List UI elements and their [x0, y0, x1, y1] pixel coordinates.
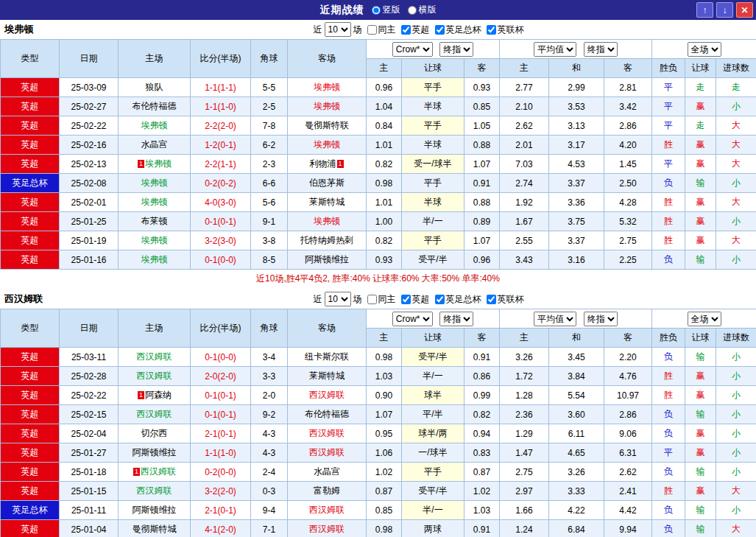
handicap-result-cell: 赢: [685, 424, 716, 443]
away-team-name: 西汉姆联: [309, 390, 345, 400]
corners-cell: 8-5: [251, 250, 288, 270]
league-cell: 英超: [1, 116, 60, 136]
score-cell: 1-1(1-1): [191, 78, 251, 97]
same-home-checkbox[interactable]: [367, 25, 377, 35]
layout-horizontal-option[interactable]: 横版: [408, 4, 437, 16]
same-home-option[interactable]: 同主: [367, 293, 396, 306]
fa-cup-checkbox[interactable]: [435, 295, 445, 304]
league-cell: 英超: [1, 212, 60, 231]
avg-away-cell: 2.50: [604, 174, 652, 193]
date-cell: 25-02-04: [60, 424, 119, 443]
full-match-select[interactable]: 全场: [688, 42, 721, 57]
average-select-group: 平均值 终指: [500, 309, 652, 329]
premier-league-option[interactable]: 英超: [401, 293, 430, 306]
fa-cup-option[interactable]: 英足总杯: [435, 293, 481, 306]
efl-cup-option[interactable]: 英联杯: [487, 293, 524, 306]
move-up-button[interactable]: ↑: [696, 2, 713, 18]
move-down-button[interactable]: ↓: [716, 2, 733, 18]
header-date: 日期: [60, 40, 119, 78]
premier-league-option[interactable]: 英超: [401, 24, 430, 36]
handicap-result-cell: 输: [685, 520, 716, 537]
league-cell: 英超: [1, 193, 60, 212]
handicap-result-cell: 输: [685, 174, 716, 193]
avg-away-cell: 1.45: [604, 155, 652, 174]
away-team-name: 利物浦: [310, 158, 336, 169]
goals-result-cell: 小: [716, 212, 756, 231]
home-team-cell: 阿斯顿维拉: [119, 501, 191, 520]
close-button[interactable]: ✕: [736, 2, 753, 18]
layout-horizontal-label: 横版: [419, 4, 437, 16]
home-team-cell: 埃弗顿: [119, 250, 191, 270]
date-cell: 25-02-22: [60, 386, 119, 405]
match-row: 英超25-03-11西汉姆联0-1(0-0)3-4纽卡斯尔联0.98受平/半0.…: [1, 348, 756, 367]
average-source-select[interactable]: 平均值: [534, 42, 576, 57]
crow-final-select[interactable]: 终指: [439, 42, 473, 57]
away-team-cell: 埃弗顿: [288, 78, 367, 97]
efl-cup-checkbox[interactable]: [487, 25, 496, 35]
corners-cell: 3-4: [251, 348, 288, 367]
crow-source-select[interactable]: Crow*: [392, 312, 433, 326]
handicap-result-cell: 赢: [685, 443, 716, 463]
score-cell: 0-1(0-1): [191, 386, 251, 405]
average-source-select[interactable]: 平均值: [534, 312, 576, 326]
goals-result-cell: 小: [716, 367, 756, 386]
layout-vertical-option[interactable]: 竖版: [372, 4, 400, 16]
handicap-cell: 半/一: [402, 367, 464, 386]
goals-result-cell: 小: [716, 250, 756, 270]
handicap-cell: 球半/两: [402, 424, 464, 443]
league-cell: 英超: [1, 97, 60, 116]
average-final-select[interactable]: 终指: [584, 312, 618, 326]
handicap-cell: 半球: [402, 136, 464, 155]
average-final-select[interactable]: 终指: [584, 42, 618, 57]
away-odds-cell: 1.05: [464, 116, 500, 136]
header-avg-home: 主: [500, 329, 549, 348]
match-count-select[interactable]: 10: [325, 22, 351, 37]
away-team-name: 西汉姆联: [309, 428, 345, 438]
fa-cup-checkbox[interactable]: [435, 25, 445, 35]
away-team-cell: 莱斯特城: [288, 193, 367, 212]
avg-home-cell: 2.62: [500, 116, 549, 136]
corners-cell: 2-5: [251, 97, 288, 116]
same-home-option[interactable]: 同主: [367, 24, 396, 36]
premier-league-checkbox[interactable]: [401, 295, 411, 304]
avg-draw-cell: 3.45: [549, 348, 604, 367]
home-team-name: 西汉姆联: [137, 371, 172, 381]
efl-cup-option[interactable]: 英联杯: [487, 24, 524, 36]
fa-cup-option[interactable]: 英足总杯: [435, 24, 481, 36]
efl-cup-checkbox[interactable]: [487, 295, 496, 304]
league-cell: 英超: [1, 405, 60, 424]
avg-draw-cell: 3.53: [549, 97, 604, 116]
premier-league-checkbox[interactable]: [401, 25, 411, 35]
date-cell: 25-01-15: [60, 482, 119, 501]
goals-result-cell: 小: [716, 501, 756, 520]
date-cell: 25-02-28: [60, 367, 119, 386]
same-home-checkbox[interactable]: [367, 295, 377, 304]
full-match-select[interactable]: 全场: [688, 312, 721, 326]
avg-draw-cell: 2.99: [549, 78, 604, 97]
goals-result-cell: 大: [716, 231, 756, 250]
away-team-name: 莱斯特城: [309, 197, 345, 207]
avg-draw-cell: 3.36: [549, 193, 604, 212]
match-count-select[interactable]: 10: [325, 292, 351, 306]
layout-vertical-radio[interactable]: [372, 6, 381, 15]
avg-away-cell: 2.86: [604, 405, 652, 424]
score-cell: 0-1(0-1): [191, 212, 251, 231]
corners-cell: 7-1: [251, 520, 288, 537]
filter-matches-label: 场: [353, 24, 362, 36]
away-team-name: 西汉姆联: [309, 447, 345, 457]
crow-source-select[interactable]: Crow*: [392, 42, 433, 57]
layout-horizontal-radio[interactable]: [408, 6, 417, 15]
header-home: 主场: [119, 309, 191, 348]
league-cell: 英超: [1, 250, 60, 270]
avg-away-cell: 2.62: [604, 463, 652, 482]
match-row: 英超25-01-16埃弗顿0-1(0-0)8-5阿斯顿维拉0.93受平/半0.9…: [1, 250, 756, 270]
result-cell: 负: [652, 463, 685, 482]
result-cell: 胜: [652, 193, 685, 212]
crow-final-select[interactable]: 终指: [439, 312, 473, 326]
team-name: 埃弗顿: [4, 23, 33, 36]
home-team-name: 切尔西: [141, 428, 168, 438]
away-team-name: 阿斯顿维拉: [305, 254, 349, 264]
score-cell: 1-1(1-0): [191, 443, 251, 463]
match-row: 英超25-01-19埃弗顿3-2(3-0)3-8托特纳姆热刺0.82平手1.07…: [1, 231, 756, 250]
home-odds-cell: 0.98: [367, 520, 402, 537]
